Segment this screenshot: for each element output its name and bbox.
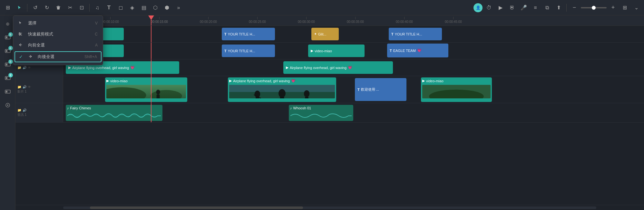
user-avatar[interactable]: 👤 xyxy=(473,3,483,12)
track3-icon[interactable]: 3 xyxy=(2,59,14,70)
track-label-2: 📁 🔊 👁 影片 1 xyxy=(15,76,63,103)
crop-icon[interactable]: ⊡ xyxy=(76,3,87,13)
zoom-minus-icon[interactable]: − xyxy=(569,3,580,13)
more-tools-icon[interactable]: » xyxy=(173,3,184,13)
export-icon[interactable]: ⬆ xyxy=(553,3,564,13)
track1-speaker[interactable]: 🔊 xyxy=(23,108,26,112)
tick-6: 00:00:35:00 xyxy=(347,15,364,24)
track5-icon[interactable]: 5 xyxy=(2,32,14,43)
scroll-bar-track[interactable] xyxy=(63,206,596,209)
clip-label: Glit... xyxy=(318,32,327,36)
clip-airplane-thumbnail xyxy=(229,85,335,98)
clock-icon[interactable]: ⏱ xyxy=(484,3,494,13)
clip-airplane-thumb[interactable]: ▶Airplane flying overhead, girl waving💗 xyxy=(228,77,336,102)
expand-icon[interactable]: ⌄ xyxy=(631,3,641,13)
select-all-icon xyxy=(28,54,34,60)
clip-eagle-team[interactable]: T EAGLE TEAM 💗 xyxy=(387,44,448,57)
delete-icon[interactable] xyxy=(53,3,63,13)
track2-speaker[interactable]: 🔊 xyxy=(23,85,26,89)
clip-title-1[interactable]: T YOUR TITLE H... xyxy=(222,28,275,40)
clip-icon: T xyxy=(357,88,360,92)
clip-icon: T xyxy=(224,32,227,36)
tick-3: 00:00:20:00 xyxy=(200,15,217,24)
clip-label: 歡迎使用 ... xyxy=(361,87,379,92)
clip-icon: T xyxy=(391,32,394,36)
clip-airplane-2[interactable]: ▶ Airplane flying overhead, girl waving … xyxy=(283,61,393,74)
dropdown-menu: 選擇 V 快速裁剪模式 C 向前全選 A ✓ 向後全選 Shift+A xyxy=(13,15,103,65)
clip-welcome[interactable]: T 歡迎使用 ... xyxy=(355,78,406,101)
zoom-plus-icon[interactable]: + xyxy=(608,3,618,13)
svg-rect-7 xyxy=(6,64,7,65)
redo-icon[interactable]: ↻ xyxy=(42,3,52,13)
track1-folder[interactable]: 📁 xyxy=(17,108,21,112)
fairy-chimes-waveform xyxy=(67,111,161,120)
track2-eye[interactable]: 👁 xyxy=(28,85,31,89)
track1-icon[interactable] xyxy=(2,86,14,97)
fairy-chimes-header: ♪Fairy Chimes xyxy=(67,106,91,110)
select-label: 選擇 xyxy=(28,20,91,26)
clip-icon: ▶ xyxy=(311,49,313,53)
playhead-track4 xyxy=(151,43,151,59)
menu-item-select-all[interactable]: ✓ 向後全選 Shift+A xyxy=(15,51,102,62)
mic-icon[interactable]: 🎤 xyxy=(519,3,529,13)
effect2-icon[interactable]: ▤ xyxy=(139,3,149,13)
audio-icon[interactable] xyxy=(2,99,14,111)
text-tool-icon[interactable]: T xyxy=(104,3,114,13)
undo-icon[interactable]: ↺ xyxy=(30,3,40,13)
svg-rect-18 xyxy=(157,95,160,98)
clip-title-3[interactable]: T YOUR TITLE H... xyxy=(222,45,275,57)
shield-icon[interactable]: ⛨ xyxy=(507,3,517,13)
zoom-slider[interactable] xyxy=(581,7,607,8)
clip-video-miao-3[interactable]: ▶ video-miao xyxy=(308,45,365,57)
clip-thumb-header: ▶video-miao xyxy=(106,79,128,83)
menu-item-select-prev[interactable]: 向前全選 A xyxy=(13,40,103,51)
effect4-icon[interactable]: ⬢ xyxy=(162,3,172,13)
clip-heart-2: 💗 xyxy=(348,65,352,70)
track2-folder[interactable]: 📁 xyxy=(17,85,21,89)
divider1 xyxy=(27,4,27,12)
clip-heart-1: 💗 xyxy=(130,65,135,70)
timeline-ruler[interactable]: 00:00:05:00 00:00:10:00 00:00:15:00 00:0… xyxy=(15,15,644,26)
clip-icon: ✦ xyxy=(314,32,317,36)
clip-video-thumb-2[interactable]: ▶video-miao xyxy=(421,77,492,102)
track-row-4: 🔒 🔊 👁 ▶ video-miao T YOUR TITLE H... xyxy=(15,43,644,59)
layers-icon[interactable]: ⧉ xyxy=(542,3,552,13)
track2-icon[interactable]: 2 xyxy=(2,72,14,84)
apps-icon[interactable]: ⊞ xyxy=(3,3,13,13)
clip-glit[interactable]: ✦ Glit... xyxy=(311,28,339,40)
track4-icon[interactable]: 4 xyxy=(2,45,14,57)
quick-cut-shortcut: C xyxy=(95,32,98,36)
grid-view-icon[interactable]: ⊞ xyxy=(620,3,630,13)
effect3-icon[interactable]: ⬡ xyxy=(150,3,161,13)
cursor-tool-icon[interactable] xyxy=(14,3,24,13)
whoosh-header: ♪Whoosh 01 xyxy=(290,106,311,110)
add-track-icon[interactable]: ⊕ xyxy=(2,18,14,30)
track1-name: 音訊 1 xyxy=(17,113,26,117)
clip-whoosh[interactable]: ♪Whoosh 01 xyxy=(289,105,353,121)
clip-fairy-chimes[interactable]: ♪Fairy Chimes xyxy=(66,105,162,121)
track-row-3: 📁 🔊 👁 ▶ Airplane flying overhead, girl w… xyxy=(15,59,644,76)
play-icon[interactable]: ▶ xyxy=(495,3,506,13)
menu-item-quick-cut[interactable]: 快速裁剪模式 C xyxy=(13,29,103,40)
music-icon[interactable]: ♫ xyxy=(92,3,102,13)
quick-cut-label: 快速裁剪模式 xyxy=(28,31,91,37)
clip-icon: T xyxy=(390,49,392,53)
clip-thumbnail xyxy=(106,85,186,98)
track3-speaker[interactable]: 🔊 xyxy=(23,66,26,69)
track3-eye[interactable]: 👁 xyxy=(28,66,31,69)
check-icon: ✓ xyxy=(19,54,24,59)
track3-folder[interactable]: 📁 xyxy=(17,66,21,69)
select-prev-icon xyxy=(18,43,24,48)
scissors-icon[interactable]: ✂ xyxy=(65,3,75,13)
sticker-icon[interactable]: ◻ xyxy=(115,3,126,13)
list-icon[interactable]: ≡ xyxy=(530,3,541,13)
effect-icon[interactable]: ◈ xyxy=(127,3,137,13)
scroll-bar-thumb[interactable] xyxy=(90,206,303,209)
clip-video-thumb-1[interactable]: ▶video-miao xyxy=(105,77,187,102)
svg-point-17 xyxy=(156,90,160,95)
divider2 xyxy=(89,4,90,12)
menu-item-select[interactable]: 選擇 V xyxy=(13,18,103,29)
clip-icon: T xyxy=(224,49,227,53)
divider3 xyxy=(566,4,567,12)
clip-title-2[interactable]: T YOUR TITLE H... xyxy=(389,28,442,40)
